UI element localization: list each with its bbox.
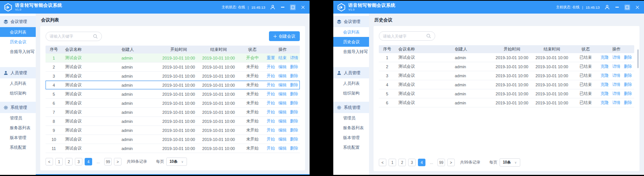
page-button[interactable]: 2: [65, 158, 73, 165]
row-action-1[interactable]: 开始: [267, 82, 275, 88]
minimize-button[interactable]: [280, 5, 286, 10]
sidebar-item-meeting-list[interactable]: 会议列表: [333, 27, 369, 37]
row-action-2[interactable]: 详情: [612, 64, 621, 69]
sidebar-item-admin[interactable]: 管理员: [333, 113, 369, 123]
row-action-3[interactable]: 删除: [624, 55, 632, 60]
sidebar-item-version-management[interactable]: 版本管理: [0, 133, 36, 142]
table-row[interactable]: 6 测试会议 admin 2019-10-01 10:00 2019-10-01…: [379, 98, 634, 107]
table-row[interactable]: 1 测试会议 admin 2019-10-01 10:00 2019-10-01…: [379, 53, 634, 62]
user-icon[interactable]: [605, 5, 610, 10]
page-button[interactable]: 3: [75, 158, 82, 165]
sidebar-section-meeting-management[interactable]: 会议管理: [0, 16, 36, 27]
next-page-button[interactable]: >: [114, 158, 122, 165]
row-action-1[interactable]: 重置: [267, 55, 275, 61]
table-row[interactable]: 8 测试会议 admin 2019-10-01 10:00 2019-10-01…: [46, 117, 300, 126]
table-row[interactable]: 5 测试会议 admin 2019-10-01 10:00 2019-10-01…: [379, 89, 634, 98]
row-action-2[interactable]: 编辑: [278, 109, 287, 115]
sidebar-item-server-list[interactable]: 服务器列表: [0, 123, 36, 133]
row-action-3[interactable]: 删除: [290, 91, 298, 97]
row-action-2[interactable]: 编辑: [278, 145, 287, 151]
row-action-1[interactable]: 克隆: [601, 91, 609, 96]
page-button[interactable]: 99: [437, 159, 445, 166]
table-row[interactable]: 10 测试会议 admin 2019-10-01 10:00 2019-10-0…: [46, 135, 300, 144]
row-action-1[interactable]: 克隆: [601, 73, 609, 78]
row-action-1[interactable]: 开始: [267, 64, 275, 70]
sidebar-item-admin[interactable]: 管理员: [0, 113, 36, 123]
row-action-3[interactable]: 删除: [290, 73, 298, 79]
sidebar-section-meeting-management[interactable]: 会议管理: [333, 16, 369, 27]
table-row[interactable]: 1 测试会议 admin 2019-10-01 10:00 2019-10-01…: [46, 54, 300, 63]
prev-page-button[interactable]: <: [379, 159, 386, 166]
row-action-3[interactable]: 删除: [624, 100, 632, 106]
table-row[interactable]: 3 测试会议 admin 2019-10-01 10:00 2019-10-01…: [379, 71, 634, 80]
row-action-2[interactable]: 详情: [612, 82, 621, 87]
row-action-2[interactable]: 详情: [612, 73, 621, 78]
row-action-2[interactable]: 详情: [612, 91, 621, 96]
sidebar-item-system-config[interactable]: 系统配置: [0, 142, 36, 152]
page-button[interactable]: 4: [85, 158, 92, 165]
sidebar-item-version-management[interactable]: 版本管理: [333, 133, 369, 142]
page-size-select[interactable]: 10条 ∨: [166, 158, 187, 166]
row-action-2[interactable]: 详情: [612, 100, 621, 106]
row-action-1[interactable]: 克隆: [601, 82, 609, 87]
row-action-1[interactable]: 开始: [267, 145, 275, 151]
row-action-1[interactable]: 开始: [267, 118, 275, 124]
sidebar-section-personnel-management[interactable]: 人员管理: [333, 67, 369, 78]
row-action-3[interactable]: 删除: [290, 109, 298, 115]
row-action-3[interactable]: 删除: [624, 73, 632, 78]
sidebar-item-org-structure[interactable]: 组织架构: [333, 88, 369, 98]
maximize-button[interactable]: [290, 5, 296, 10]
sidebar-section-personnel-management[interactable]: 人员管理: [0, 67, 36, 78]
table-row[interactable]: 11 测试会议 admin 2019-10-01 10:00 2019-10-0…: [46, 144, 300, 153]
page-button[interactable]: 99: [104, 158, 112, 165]
user-icon[interactable]: [270, 5, 275, 10]
row-action-1[interactable]: 开始: [267, 91, 275, 97]
next-page-button[interactable]: >: [447, 159, 455, 166]
row-action-1[interactable]: 开始: [267, 136, 275, 142]
table-row[interactable]: 9 测试会议 admin 2019-10-01 10:00 2019-10-01…: [46, 126, 300, 135]
search-icon[interactable]: [426, 34, 431, 38]
page-button[interactable]: 4: [418, 159, 425, 166]
sidebar-item-audio-import[interactable]: 音频导入转写: [0, 47, 36, 57]
row-action-3[interactable]: 删除: [290, 64, 298, 70]
row-action-2[interactable]: 编辑: [278, 91, 287, 97]
row-action-3[interactable]: 删除: [290, 118, 298, 124]
row-action-1[interactable]: 克隆: [601, 64, 609, 69]
row-action-3[interactable]: 删除: [290, 127, 298, 133]
sidebar-item-history-meetings[interactable]: 历史会议: [0, 37, 36, 47]
close-button[interactable]: [635, 5, 640, 10]
row-action-3[interactable]: 详情: [290, 55, 298, 61]
search-input[interactable]: [50, 34, 91, 38]
row-action-2[interactable]: 详情: [612, 55, 621, 60]
row-action-2[interactable]: 编辑: [278, 118, 287, 124]
sidebar-item-meeting-list[interactable]: 会议列表: [0, 27, 36, 37]
row-action-1[interactable]: 克隆: [601, 55, 609, 60]
table-row[interactable]: 4 测试会议 admin 2019-10-01 10:00 2019-10-01…: [379, 80, 634, 89]
table-row[interactable]: 5 测试会议 admin 2019-10-01 10:00 2019-10-01…: [46, 90, 300, 99]
page-size-select[interactable]: 10条 ∨: [500, 158, 520, 167]
sidebar-section-system-management[interactable]: 系统管理: [333, 102, 369, 113]
table-row[interactable]: 7 测试会议 admin 2019-10-01 10:00 2019-10-01…: [46, 108, 300, 117]
row-action-1[interactable]: 开始: [267, 73, 275, 79]
sidebar-item-personnel-list[interactable]: 人员列表: [333, 78, 369, 88]
table-row[interactable]: 2 测试会议 admin 2019-10-01 10:00 2019-10-01…: [46, 63, 300, 72]
prev-page-button[interactable]: <: [46, 158, 53, 165]
minimize-button[interactable]: [614, 5, 620, 10]
row-action-1[interactable]: 开始: [267, 109, 275, 115]
sidebar-item-audio-import[interactable]: 音频导入转写: [333, 47, 369, 57]
sidebar-item-system-config[interactable]: 系统配置: [333, 142, 369, 152]
search-icon[interactable]: [93, 34, 98, 39]
row-action-3[interactable]: 删除: [290, 136, 298, 142]
row-action-2[interactable]: 编辑: [278, 64, 287, 70]
search-input[interactable]: [383, 34, 424, 38]
create-meeting-button[interactable]: 创建会议: [269, 31, 300, 41]
sidebar-item-personnel-list[interactable]: 人员列表: [0, 78, 36, 88]
row-action-2[interactable]: 结束: [278, 55, 287, 61]
maximize-button[interactable]: [624, 5, 630, 10]
row-action-1[interactable]: 克隆: [601, 100, 609, 106]
table-row[interactable]: 3 测试会议 admin 2019-10-01 10:00 2019-10-01…: [46, 72, 300, 81]
table-row[interactable]: 6 测试会议 admin 2019-10-01 10:00 2019-10-01…: [46, 99, 300, 108]
page-button[interactable]: 2: [398, 159, 406, 166]
row-action-3[interactable]: 删除: [290, 100, 298, 106]
row-action-2[interactable]: 编辑: [278, 127, 287, 133]
